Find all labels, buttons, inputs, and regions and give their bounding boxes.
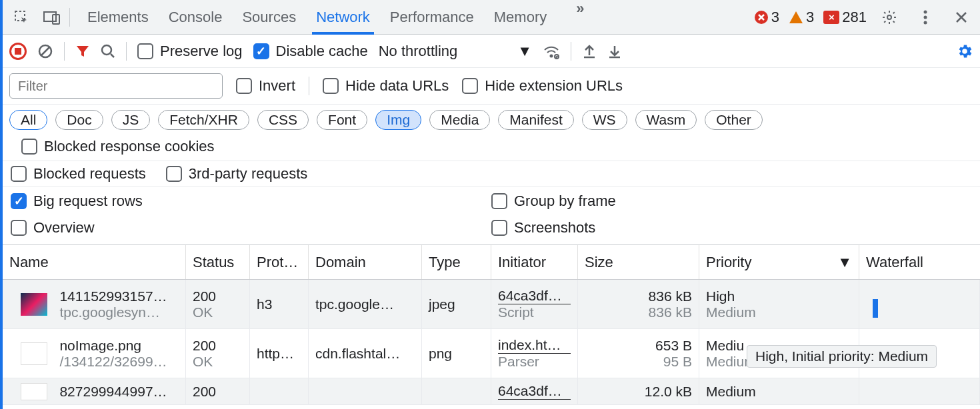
third-party-checkbox[interactable]: 3rd-party requests bbox=[166, 165, 308, 183]
type-pill-ws[interactable]: WS bbox=[582, 110, 627, 130]
chevron-down-icon: ▼ bbox=[517, 43, 532, 60]
hide-ext-urls-checkbox[interactable]: Hide extension URLs bbox=[462, 77, 623, 95]
upload-har-icon[interactable] bbox=[582, 43, 597, 59]
devtools-tab-bar: Elements Console Sources Network Perform… bbox=[3, 0, 980, 35]
kebab-menu-icon[interactable] bbox=[912, 4, 939, 31]
col-name[interactable]: Name bbox=[3, 245, 186, 279]
row-initiator: 64ca3df… bbox=[498, 383, 571, 400]
search-icon[interactable] bbox=[101, 44, 115, 59]
row-initiator-sub: Parser bbox=[498, 354, 571, 370]
disable-cache-label: Disable cache bbox=[276, 43, 368, 60]
type-pill-media[interactable]: Media bbox=[429, 110, 490, 130]
error-count[interactable]: 3 bbox=[754, 9, 779, 26]
hide-data-urls-label: Hide data URLs bbox=[345, 77, 449, 95]
cell-type bbox=[422, 378, 491, 404]
network-settings-icon[interactable] bbox=[956, 43, 973, 60]
table-body: 141152993157… tpc.googlesyn… 200 OK h3 t… bbox=[3, 280, 980, 405]
group-by-frame-checkbox[interactable]: Group by frame bbox=[491, 193, 952, 210]
row-size: 12.0 kB bbox=[645, 384, 692, 400]
filter-icon[interactable] bbox=[75, 44, 90, 59]
type-pill-wasm[interactable]: Wasm bbox=[635, 110, 697, 130]
big-rows-checkbox[interactable]: Big request rows bbox=[11, 193, 471, 210]
blocked-requests-checkbox[interactable]: Blocked requests bbox=[11, 165, 146, 183]
hide-data-urls-checkbox[interactable]: Hide data URLs bbox=[323, 77, 449, 95]
clear-icon[interactable] bbox=[37, 43, 53, 59]
device-toggle-icon[interactable] bbox=[39, 4, 65, 31]
col-type[interactable]: Type bbox=[422, 245, 491, 279]
col-status[interactable]: Status bbox=[186, 245, 250, 279]
cell-domain: cdn.flashtal… bbox=[309, 329, 422, 378]
blocked-cookies-checkbox[interactable]: Blocked response cookies bbox=[21, 138, 215, 155]
type-pill-font[interactable]: Font bbox=[317, 110, 367, 130]
download-har-icon[interactable] bbox=[607, 43, 622, 59]
divider bbox=[309, 77, 309, 95]
cell-protocol: h3 bbox=[250, 280, 309, 328]
row-initiator: index.ht… bbox=[498, 337, 571, 354]
tab-performance[interactable]: Performance bbox=[390, 0, 474, 34]
row-domain: tpc.google… bbox=[315, 296, 415, 312]
error-count-value: 3 bbox=[771, 9, 779, 26]
type-pill-all[interactable]: All bbox=[9, 110, 47, 130]
record-icon[interactable] bbox=[9, 43, 27, 60]
type-pill-fetch[interactable]: Fetch/XHR bbox=[158, 110, 249, 130]
checkbox-unchecked-icon bbox=[491, 220, 507, 236]
filter-row: Invert Hide data URLs Hide extension URL… bbox=[3, 68, 980, 105]
col-initiator[interactable]: Initiator bbox=[491, 245, 578, 279]
invert-label: Invert bbox=[259, 77, 295, 95]
preserve-log-checkbox[interactable]: Preserve log bbox=[137, 43, 243, 60]
tab-network[interactable]: Network bbox=[316, 0, 370, 34]
close-icon[interactable] bbox=[948, 4, 975, 31]
cell-initiator[interactable]: 64ca3df… Script bbox=[491, 280, 578, 328]
col-size[interactable]: Size bbox=[578, 245, 699, 279]
table-row[interactable]: 827299944997… 200 64ca3df… 12.0 kB Mediu… bbox=[3, 378, 980, 405]
type-pill-js[interactable]: JS bbox=[111, 110, 151, 130]
checkbox-checked-icon bbox=[253, 43, 269, 59]
more-tabs-icon[interactable]: » bbox=[576, 0, 584, 34]
cell-status: 200 OK bbox=[186, 280, 250, 328]
type-pill-manifest[interactable]: Manifest bbox=[498, 110, 573, 130]
checkbox-unchecked-icon bbox=[166, 166, 182, 182]
screenshots-checkbox[interactable]: Screenshots bbox=[491, 219, 952, 236]
table-row[interactable]: 141152993157… tpc.googlesyn… 200 OK h3 t… bbox=[3, 280, 980, 329]
cell-initiator[interactable]: 64ca3df… bbox=[491, 378, 578, 404]
network-toolbar: Preserve log Disable cache No throttling… bbox=[3, 35, 980, 68]
inspect-icon[interactable] bbox=[8, 4, 35, 31]
cell-name: 141152993157… tpc.googlesyn… bbox=[3, 280, 186, 328]
type-pill-img[interactable]: Img bbox=[375, 110, 421, 130]
cell-type: jpeg bbox=[422, 280, 491, 328]
svg-point-7 bbox=[924, 21, 927, 24]
type-pill-doc[interactable]: Doc bbox=[55, 110, 103, 130]
svg-point-10 bbox=[551, 55, 553, 57]
tab-console[interactable]: Console bbox=[169, 0, 223, 34]
row-protocol: h3 bbox=[257, 296, 301, 312]
col-priority[interactable]: Priority ▼ bbox=[699, 245, 859, 279]
throttling-select[interactable]: No throttling ▼ bbox=[379, 43, 532, 60]
settings-icon[interactable] bbox=[876, 4, 903, 31]
overview-checkbox[interactable]: Overview bbox=[11, 219, 471, 236]
col-waterfall[interactable]: Waterfall bbox=[859, 245, 980, 279]
filter-input[interactable] bbox=[9, 73, 223, 99]
table-header: Name Status Prot… Domain Type Initiator … bbox=[3, 245, 980, 280]
tab-sources[interactable]: Sources bbox=[242, 0, 296, 34]
divider bbox=[571, 42, 571, 61]
row-type: jpeg bbox=[429, 296, 484, 312]
disable-cache-checkbox[interactable]: Disable cache bbox=[253, 43, 368, 60]
cell-domain bbox=[309, 378, 422, 404]
tab-elements[interactable]: Elements bbox=[87, 0, 149, 34]
invert-checkbox[interactable]: Invert bbox=[236, 77, 295, 95]
warning-count[interactable]: 3 bbox=[789, 9, 814, 26]
cell-size: 12.0 kB bbox=[578, 378, 699, 404]
type-pill-css[interactable]: CSS bbox=[257, 110, 309, 130]
message-count[interactable]: × 281 bbox=[823, 9, 867, 26]
network-conditions-icon[interactable] bbox=[543, 43, 560, 59]
tab-memory[interactable]: Memory bbox=[494, 0, 547, 34]
checkbox-unchecked-icon bbox=[236, 78, 252, 94]
checkbox-unchecked-icon bbox=[137, 43, 153, 59]
cell-initiator[interactable]: index.ht… Parser bbox=[491, 329, 578, 378]
waterfall-bar bbox=[873, 299, 878, 318]
row-size: 653 B bbox=[655, 338, 692, 354]
col-domain[interactable]: Domain bbox=[309, 245, 422, 279]
type-pill-other[interactable]: Other bbox=[705, 110, 763, 130]
row-priority: High bbox=[706, 288, 852, 304]
col-protocol[interactable]: Prot… bbox=[250, 245, 309, 279]
